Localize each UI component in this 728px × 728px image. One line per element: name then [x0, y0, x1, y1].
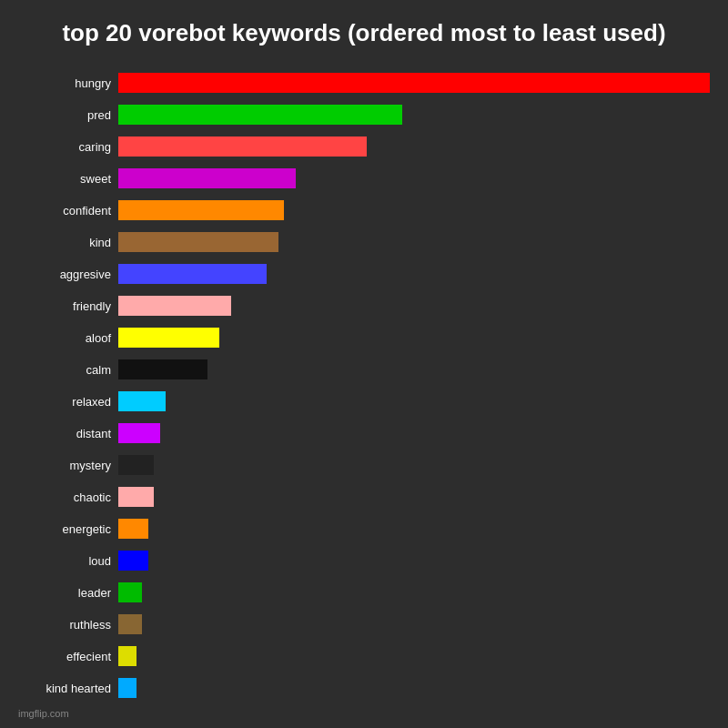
bar-label: chaotic	[18, 490, 118, 504]
bar-fill	[118, 232, 278, 252]
bar-row: friendly	[18, 294, 710, 318]
bar-label: aggresive	[18, 268, 118, 281]
bar-fill	[118, 391, 166, 411]
bar-fill	[118, 582, 142, 602]
bar-track	[118, 262, 710, 286]
bar-row: distant	[18, 421, 710, 445]
bar-row: confident	[18, 198, 710, 222]
bar-row: pred	[18, 103, 710, 126]
bar-fill	[118, 423, 160, 443]
bar-track	[118, 326, 710, 349]
bar-row: mystery	[18, 453, 710, 477]
bar-track	[118, 103, 710, 126]
chart-area: hungrypredcaringsweetconfidentkindaggres…	[9, 67, 719, 704]
bar-track	[118, 644, 710, 668]
bar-fill	[118, 168, 296, 188]
bar-label: sweet	[18, 172, 118, 186]
bar-track	[118, 581, 710, 604]
bar-row: kind	[18, 230, 710, 254]
bar-row: chaotic	[18, 485, 710, 509]
bar-track	[118, 517, 710, 541]
bar-track	[118, 549, 710, 572]
bar-fill	[118, 455, 154, 475]
bar-fill	[118, 519, 148, 539]
bar-fill	[118, 136, 367, 157]
bar-track	[118, 421, 710, 445]
bar-label: caring	[18, 140, 118, 154]
bar-track	[118, 167, 710, 190]
bar-row: hungry	[18, 71, 710, 95]
bar-fill	[118, 614, 142, 634]
bar-fill	[118, 73, 710, 93]
bar-row: kind hearted	[18, 676, 710, 700]
watermark: imgflip.com	[9, 708, 69, 719]
bar-label: friendly	[18, 299, 118, 313]
bar-track	[118, 612, 710, 636]
bar-track	[118, 71, 710, 95]
bar-label: effecient	[18, 650, 118, 663]
bar-fill	[118, 200, 284, 220]
bar-label: hungry	[18, 76, 118, 90]
bar-label: calm	[18, 363, 118, 377]
chart-container: top 20 vorebot keywords (ordered most to…	[0, 0, 728, 728]
bar-row: ruthless	[18, 612, 710, 636]
bar-fill	[118, 264, 267, 284]
bar-fill	[118, 359, 207, 379]
bar-label: energetic	[18, 522, 118, 536]
bar-fill	[118, 678, 136, 698]
bar-track	[118, 230, 710, 254]
bar-track	[118, 135, 710, 158]
bar-fill	[118, 646, 136, 666]
bar-row: energetic	[18, 517, 710, 541]
bar-label: confident	[18, 204, 118, 217]
bar-row: effecient	[18, 644, 710, 668]
bar-label: kind hearted	[18, 682, 118, 695]
bar-row: aggresive	[18, 262, 710, 286]
bar-fill	[118, 296, 231, 316]
bar-row: aloof	[18, 326, 710, 349]
bar-track	[118, 358, 710, 381]
bar-label: relaxed	[18, 395, 118, 409]
bar-row: loud	[18, 549, 710, 572]
chart-title: top 20 vorebot keywords (ordered most to…	[62, 18, 665, 49]
bar-row: calm	[18, 358, 710, 381]
bar-label: kind	[18, 236, 118, 249]
bar-fill	[118, 551, 148, 571]
bar-track	[118, 198, 710, 222]
bar-row: sweet	[18, 167, 710, 190]
bar-track	[118, 389, 710, 413]
bar-fill	[118, 328, 219, 348]
bar-row: caring	[18, 135, 710, 158]
bar-label: ruthless	[18, 618, 118, 632]
bar-track	[118, 485, 710, 509]
bar-label: pred	[18, 108, 118, 122]
bar-track	[118, 676, 710, 700]
bar-row: leader	[18, 581, 710, 604]
bar-track	[118, 453, 710, 477]
bar-track	[118, 294, 710, 318]
bar-label: aloof	[18, 331, 118, 345]
bar-label: loud	[18, 554, 118, 568]
bar-label: distant	[18, 427, 118, 440]
bar-label: mystery	[18, 459, 118, 472]
bar-fill	[118, 487, 154, 507]
bar-row: relaxed	[18, 389, 710, 413]
bar-fill	[118, 105, 402, 125]
bar-label: leader	[18, 586, 118, 600]
